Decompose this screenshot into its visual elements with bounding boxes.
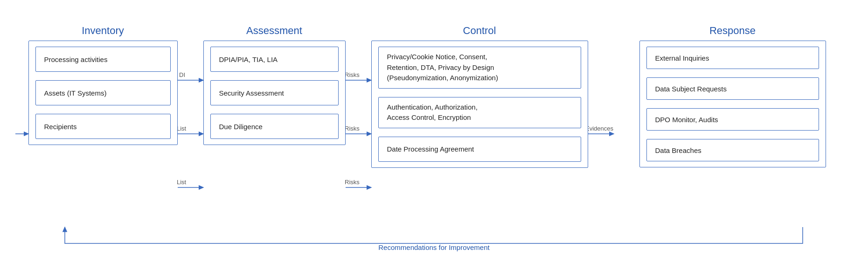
diagram-container: DI List List Risks Risks Risks Evidences… — [10, 8, 859, 255]
svg-text:List: List — [177, 179, 187, 186]
control-item-2: Date Processing Agreement — [378, 137, 581, 162]
control-item-1: Authentication, Authorization, Access Co… — [378, 97, 581, 128]
inventory-item-1: Assets (IT Systems) — [35, 80, 171, 105]
response-column: Response External Inquiries Data Subject… — [614, 25, 852, 167]
assessment-item-2: Due Diligence — [210, 114, 339, 139]
response-item-0: External Inquiries — [646, 47, 819, 69]
control-column: Control Privacy/Cookie Notice, Consent, … — [371, 25, 588, 168]
svg-text:Risks: Risks — [345, 179, 360, 186]
assessment-outer-box: DPIA/PIA, TIA, LIA Security Assessment D… — [203, 41, 346, 145]
inventory-item-2: Recipients — [35, 114, 171, 139]
svg-text:List: List — [177, 125, 187, 132]
response-item-1: Data Subject Requests — [646, 77, 819, 100]
response-outer-box: External Inquiries Data Subject Requests… — [639, 41, 826, 167]
response-label: Response — [709, 25, 756, 37]
inventory-outer-box: Processing activities Assets (IT Systems… — [28, 41, 178, 145]
response-item-2: DPO Monitor, Audits — [646, 108, 819, 131]
inventory-column: Inventory Processing activities Assets (… — [28, 25, 178, 145]
svg-text:Risks: Risks — [345, 71, 360, 78]
assessment-column: Assessment DPIA/PIA, TIA, LIA Security A… — [203, 25, 346, 145]
control-outer-box: Privacy/Cookie Notice, Consent, Retentio… — [371, 41, 588, 168]
control-label: Control — [463, 25, 496, 37]
assessment-label: Assessment — [246, 25, 302, 37]
inventory-label: Inventory — [82, 25, 124, 37]
svg-text:Risks: Risks — [345, 125, 360, 132]
recommendations-text: Recommendations for Improvement — [378, 243, 489, 251]
assessment-item-0: DPIA/PIA, TIA, LIA — [210, 47, 339, 72]
svg-text:DI: DI — [179, 71, 185, 78]
assessment-item-1: Security Assessment — [210, 80, 339, 105]
control-item-0: Privacy/Cookie Notice, Consent, Retentio… — [378, 47, 581, 89]
response-item-3: Data Breaches — [646, 139, 819, 161]
svg-text:Evidences: Evidences — [585, 125, 613, 132]
inventory-item-0: Processing activities — [35, 47, 171, 72]
